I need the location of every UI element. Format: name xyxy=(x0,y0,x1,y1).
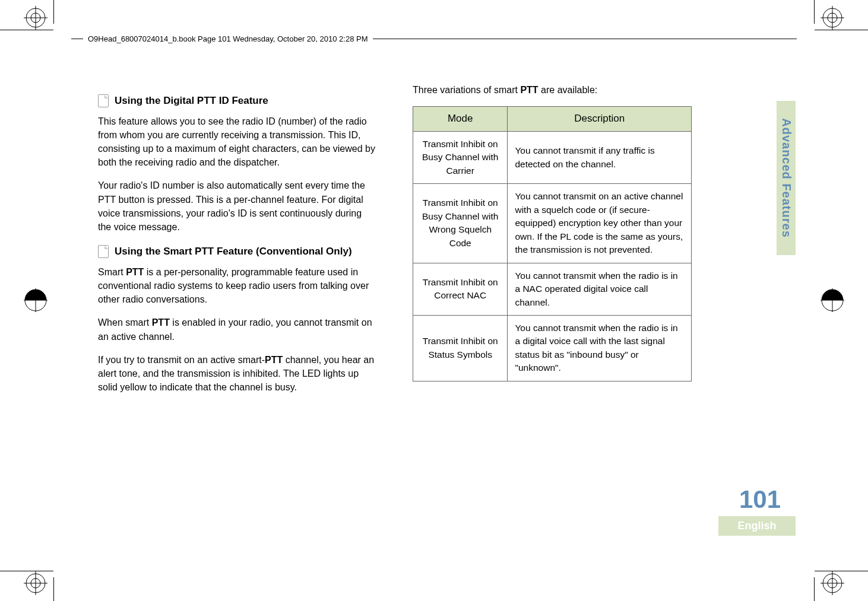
modes-table: Mode Description Transmit Inhibit on Bus… xyxy=(413,106,692,381)
registration-mark-icon xyxy=(24,6,47,30)
section-title: Using the Digital PTT ID Feature xyxy=(115,94,268,109)
table-row: Transmit Inhibit on Busy Channel with Ca… xyxy=(413,131,692,183)
page-header: O9Head_68007024014_b.book Page 101 Wedne… xyxy=(71,34,797,43)
paragraph: Smart PTT is a per-personality, programm… xyxy=(98,265,377,307)
document-icon xyxy=(98,245,109,258)
description-cell: You cannot transmit on an active channel… xyxy=(508,184,692,263)
paragraph: Your radio's ID number is also automatic… xyxy=(98,179,377,234)
paragraph: If you try to transmit on an active smar… xyxy=(98,353,377,395)
bold-text: PTT xyxy=(265,355,283,365)
header-text: O9Head_68007024014_b.book Page 101 Wedne… xyxy=(88,34,368,43)
table-row: Transmit Inhibit on Busy Channel with Wr… xyxy=(413,184,692,263)
crop-mark xyxy=(0,30,53,30)
paragraph: Three variations of smart PTT are availa… xyxy=(413,83,692,97)
table-row: Transmit Inhibit on Status Symbols You c… xyxy=(413,315,692,381)
paragraph: This feature allows you to see the radio… xyxy=(98,115,377,170)
page-body: Using the Digital PTT ID Feature This fe… xyxy=(98,83,692,403)
crop-mark xyxy=(0,571,53,571)
side-tab: Advanced Features xyxy=(777,101,796,255)
section-title: Using the Smart PTT Feature (Conventiona… xyxy=(115,244,352,259)
text: When smart xyxy=(98,317,152,327)
bold-text: PTT xyxy=(152,317,170,327)
side-tab-label: Advanced Features xyxy=(780,118,793,238)
text: Three variations of smart xyxy=(413,85,520,95)
page-number-block: 101 English xyxy=(724,485,796,536)
text: Smart xyxy=(98,267,126,277)
bold-text: PTT xyxy=(126,267,144,277)
registration-mark-icon xyxy=(821,6,844,30)
left-column: Using the Digital PTT ID Feature This fe… xyxy=(98,83,377,403)
document-icon xyxy=(98,94,109,107)
mode-cell: Transmit Inhibit on Busy Channel with Ca… xyxy=(413,131,508,183)
section-heading: Using the Digital PTT ID Feature xyxy=(98,94,377,109)
mode-cell: Transmit Inhibit on Busy Channel with Wr… xyxy=(413,184,508,263)
registration-mark-icon xyxy=(24,288,47,312)
description-cell: You cannot transmit when the radio is in… xyxy=(508,263,692,315)
table-header-description: Description xyxy=(508,107,692,132)
section-heading: Using the Smart PTT Feature (Conventiona… xyxy=(98,244,377,259)
crop-mark xyxy=(815,30,868,30)
crop-mark xyxy=(815,571,868,571)
table-row: Transmit Inhibit on Correct NAC You cann… xyxy=(413,263,692,315)
bold-text: PTT xyxy=(520,85,538,95)
language-label: English xyxy=(718,516,796,536)
mode-cell: Transmit Inhibit on Status Symbols xyxy=(413,315,508,381)
registration-mark-icon xyxy=(24,571,47,595)
page-number: 101 xyxy=(724,485,796,514)
text: If you try to transmit on an active smar… xyxy=(98,355,265,365)
crop-mark xyxy=(814,0,815,24)
paragraph: When smart PTT is enabled in your radio,… xyxy=(98,316,377,343)
registration-mark-icon xyxy=(821,288,844,312)
table-header-mode: Mode xyxy=(413,107,508,132)
crop-mark xyxy=(53,0,54,24)
crop-mark xyxy=(814,577,815,601)
registration-mark-icon xyxy=(821,571,844,595)
right-column: Three variations of smart PTT are availa… xyxy=(413,83,692,403)
text: are available: xyxy=(538,85,598,95)
crop-mark xyxy=(53,577,54,601)
description-cell: You cannot transmit if any traffic is de… xyxy=(508,131,692,183)
mode-cell: Transmit Inhibit on Correct NAC xyxy=(413,263,508,315)
description-cell: You cannot transmit when the radio is in… xyxy=(508,315,692,381)
